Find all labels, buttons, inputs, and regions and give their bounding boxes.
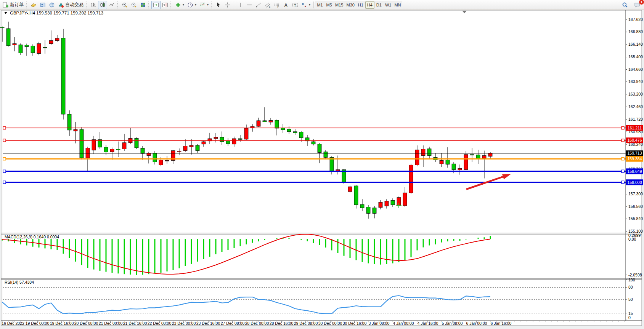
timeframe-h4-button[interactable]: H4 bbox=[365, 1, 374, 9]
time-tick-label: 16 Dec 2022 bbox=[2, 321, 24, 326]
periods-button[interactable]: ▾ bbox=[186, 1, 198, 9]
timeframe-m1-button[interactable]: M1 bbox=[315, 1, 324, 9]
chart-shift-button[interactable] bbox=[161, 1, 170, 9]
rsi-axis-label: 80 bbox=[628, 285, 633, 289]
candle-body bbox=[86, 148, 90, 158]
line-end-marker[interactable] bbox=[622, 170, 624, 172]
time-tick-label: 30 Dec 00:00 bbox=[318, 321, 342, 326]
autotrade-label: 自动交易 bbox=[65, 2, 84, 8]
candle-body bbox=[464, 155, 468, 170]
candlestick-chart-button[interactable] bbox=[98, 1, 107, 9]
candle-body bbox=[348, 187, 352, 192]
time-tick-label: 3 Jan 08:00 bbox=[369, 321, 390, 326]
text-icon: A bbox=[283, 2, 289, 8]
arrows-objects-icon bbox=[301, 2, 307, 8]
price-badge-label: 161.211 bbox=[628, 126, 642, 130]
tile-windows-icon bbox=[140, 2, 146, 8]
rsi-label: RSI(14) 57.4384 bbox=[5, 280, 34, 284]
price-tick-label: 166.140 bbox=[628, 42, 643, 46]
line-end-marker[interactable] bbox=[622, 139, 624, 142]
indicators-button[interactable]: ▾ bbox=[173, 1, 186, 9]
trendline-icon bbox=[255, 2, 262, 8]
channel-button[interactable]: E bbox=[263, 1, 272, 9]
autotrade-button[interactable]: 自动交易 bbox=[56, 1, 85, 9]
bar-chart-icon bbox=[90, 2, 96, 8]
candle-body bbox=[190, 145, 193, 147]
new-order-button[interactable]: 新订单 bbox=[1, 1, 25, 9]
candle-body bbox=[153, 153, 157, 162]
line-end-marker[interactable] bbox=[622, 126, 624, 129]
price-badge-label: 158.000 bbox=[628, 180, 642, 185]
svg-text:A: A bbox=[284, 2, 288, 8]
navigator-button[interactable] bbox=[47, 1, 56, 9]
timeframe-w1-button[interactable]: W1 bbox=[384, 1, 393, 9]
price-badge-label: 158.649 bbox=[628, 169, 642, 174]
horizontal-line-button[interactable] bbox=[245, 1, 254, 9]
market-watch-button[interactable] bbox=[29, 1, 38, 9]
line-end-marker[interactable] bbox=[3, 126, 6, 129]
rsi-axis-label: 0 bbox=[628, 315, 631, 320]
crosshair-button[interactable] bbox=[223, 1, 232, 9]
time-tick-label: 5 Jan 08:00 bbox=[442, 321, 463, 326]
toolbar-separator bbox=[26, 2, 28, 8]
search-button[interactable] bbox=[620, 1, 630, 9]
chart-canvas[interactable]: GBPJPY-,H4 159.530 159.771 159.392 159.7… bbox=[0, 0, 644, 326]
cursor-button[interactable] bbox=[214, 1, 223, 9]
line-end-marker[interactable] bbox=[622, 181, 624, 184]
indicators-icon bbox=[175, 2, 181, 8]
candle-body bbox=[104, 147, 108, 152]
candle-body bbox=[287, 129, 291, 132]
cursor-icon bbox=[215, 2, 222, 8]
price-tick-label: 156.560 bbox=[628, 204, 643, 209]
candle-body bbox=[440, 160, 443, 164]
vertical-line-icon bbox=[237, 2, 243, 8]
shapes-arrows-button[interactable]: ▾ bbox=[300, 1, 312, 9]
line-end-marker[interactable] bbox=[622, 158, 624, 160]
line-end-marker[interactable] bbox=[3, 158, 6, 160]
bar-chart-button[interactable] bbox=[89, 1, 98, 9]
dropdown-arrow-icon: ▾ bbox=[183, 3, 184, 6]
candle-body bbox=[202, 142, 206, 144]
templates-button[interactable]: ▾ bbox=[198, 1, 210, 9]
toolbar-separator bbox=[211, 2, 213, 8]
candle-body bbox=[476, 155, 480, 159]
notifications-button[interactable]: 1 bbox=[633, 1, 642, 9]
line-end-marker[interactable] bbox=[3, 170, 6, 172]
timeframe-m30-button[interactable]: M30 bbox=[345, 1, 356, 9]
candle-body bbox=[391, 200, 395, 205]
candle-body bbox=[330, 157, 334, 172]
line-end-marker[interactable] bbox=[3, 139, 6, 142]
candle-body bbox=[214, 137, 218, 139]
search-icon bbox=[622, 2, 628, 8]
zoom-in-button[interactable] bbox=[120, 1, 129, 9]
timeframe-h1-button[interactable]: H1 bbox=[356, 1, 365, 9]
auto-scroll-button[interactable] bbox=[151, 1, 161, 9]
text-label-button[interactable]: T bbox=[291, 1, 300, 9]
svg-text:E: E bbox=[269, 6, 270, 8]
price-badge-label: 160.476 bbox=[628, 138, 642, 142]
data-window-button[interactable] bbox=[38, 1, 47, 9]
macd-axis-zero: 0.00 bbox=[628, 237, 636, 241]
template-icon bbox=[199, 2, 206, 8]
text-button[interactable]: A bbox=[281, 1, 291, 9]
candle-body bbox=[92, 140, 96, 150]
fibonacci-button[interactable]: F bbox=[272, 1, 281, 9]
autotrade-icon bbox=[58, 2, 64, 8]
vertical-line-button[interactable] bbox=[236, 1, 245, 9]
new-order-icon bbox=[3, 2, 9, 8]
candle-body bbox=[238, 139, 242, 139]
timeframe-mn-button[interactable]: MN bbox=[393, 1, 402, 9]
candle-body bbox=[220, 137, 224, 142]
line-chart-button[interactable] bbox=[107, 1, 116, 9]
candle-body bbox=[427, 149, 431, 156]
timeframe-d1-button[interactable]: D1 bbox=[374, 1, 384, 9]
tile-windows-button[interactable] bbox=[138, 1, 148, 9]
price-tick-label: 163.200 bbox=[628, 92, 643, 96]
timeframe-m15-button[interactable]: M15 bbox=[334, 1, 345, 9]
candle-body bbox=[415, 150, 419, 165]
zoom-out-button[interactable] bbox=[129, 1, 138, 9]
line-end-marker[interactable] bbox=[3, 181, 6, 184]
timeframe-m5-button[interactable]: M5 bbox=[324, 1, 334, 9]
trendline-button[interactable] bbox=[254, 1, 263, 9]
candle-body bbox=[244, 128, 248, 139]
